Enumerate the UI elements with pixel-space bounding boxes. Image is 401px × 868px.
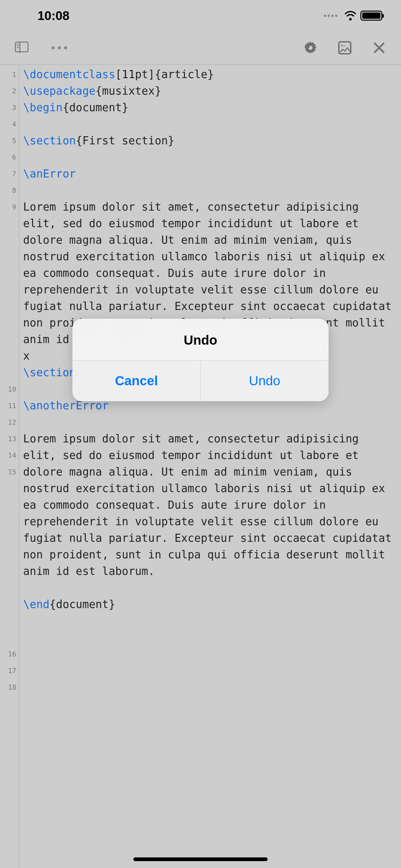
svg-point-8 [64,46,67,50]
line-number: 4 [0,116,16,132]
code-text: Lorem ipsum dolor sit amet, consectetur … [23,200,398,346]
code-content[interactable]: \documentclass[11pt]{article} \usepackag… [20,65,401,868]
line-number: 14 [0,447,16,464]
line-number-gutter: 1 2 3 4 5 6 7 8 9 10 11 12 13 14 15 16 1… [0,65,20,868]
editor-area: 1 2 3 4 5 6 7 8 9 10 11 12 13 14 15 16 1… [0,64,401,868]
line-number: 11 [0,398,16,414]
code-text: Lorem ipsum dolor sit amet, consectetur … [23,432,398,578]
svg-point-7 [58,46,61,50]
latex-command: \end [23,598,49,611]
close-icon[interactable] [370,38,389,57]
svg-text:A=: A= [340,43,345,48]
cellular-dots-icon [324,15,337,17]
line-number: 3 [0,99,16,116]
line-number: 10 [0,381,16,398]
latex-command: \usepackage [23,85,96,97]
latex-command: \section [23,134,76,147]
line-number: 12 [0,414,16,431]
code-text: {document} [63,101,128,114]
preview-icon[interactable]: A= [335,38,354,57]
code-text: {musixtex} [96,85,162,97]
status-right [324,11,382,21]
line-number: 16 [0,646,16,662]
editor-toolbar: A= [0,31,401,64]
line-number: 15 [0,464,16,646]
latex-command: \anError [23,167,76,180]
latex-command: \begin [23,101,63,114]
code-text: {document} [49,598,115,611]
line-number: 17 [0,662,16,679]
status-bar: 10:08 [0,0,401,31]
settings-gear-icon[interactable] [301,38,320,57]
status-time: 10:08 [37,9,69,23]
svg-point-6 [52,46,55,50]
line-number: 6 [0,149,16,165]
more-icon[interactable] [50,38,69,57]
code-text: {First section} [76,134,175,147]
line-number: 7 [0,165,16,182]
code-text: [11pt]{article} [115,68,214,81]
wifi-icon [344,11,357,20]
svg-rect-1 [15,42,28,52]
latex-command: \documentclass [23,68,115,81]
line-number: 8 [0,182,16,199]
latex-command: \section [23,366,76,379]
line-number: 9 [0,199,16,381]
home-indicator[interactable] [133,857,268,861]
line-number: 1 [0,66,16,83]
code-text: x [23,350,30,362]
code-text: {Second section} [76,366,181,379]
svg-point-0 [349,18,352,20]
line-number: 13 [0,431,16,447]
battery-icon [360,11,382,21]
line-number: 2 [0,83,16,99]
line-number: 5 [0,132,16,149]
latex-command: \anotherError [23,399,109,412]
line-number: 18 [0,679,16,695]
sidebar-icon[interactable] [12,38,31,57]
